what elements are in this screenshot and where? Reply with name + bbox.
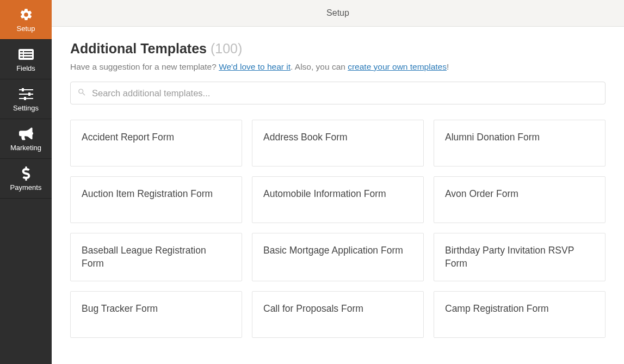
template-card[interactable]: Accident Report Form xyxy=(70,120,242,166)
search-icon xyxy=(77,88,87,99)
suggestion-line: Have a suggestion for a new template? We… xyxy=(70,62,606,72)
main: Setup Additional Templates (100) Have a … xyxy=(52,0,624,364)
svg-rect-1 xyxy=(20,51,23,52)
template-card[interactable]: Basic Mortgage Application Form xyxy=(252,233,424,281)
sidebar-item-label: Fields xyxy=(16,64,35,72)
sidebar-item-settings[interactable]: Settings xyxy=(0,79,52,119)
suggestion-middle: . Also, you can xyxy=(291,62,348,71)
svg-rect-3 xyxy=(20,54,23,55)
svg-rect-12 xyxy=(24,97,26,100)
template-name: Bug Tracker Form xyxy=(82,303,158,314)
template-card[interactable]: Address Book Form xyxy=(252,120,424,166)
template-card[interactable]: Birthday Party Invitation RSVP Form xyxy=(434,233,606,281)
svg-rect-8 xyxy=(22,88,24,91)
template-card[interactable]: Alumni Donation Form xyxy=(434,120,606,166)
sidebar-item-label: Setup xyxy=(17,24,35,33)
svg-rect-10 xyxy=(28,92,30,96)
template-name: Avon Order Form xyxy=(445,188,518,199)
dollar-icon xyxy=(22,166,30,181)
template-name: Address Book Form xyxy=(263,132,348,143)
template-name: Auction Item Registration Form xyxy=(82,188,213,199)
sidebar-item-marketing[interactable]: Marketing xyxy=(0,119,52,159)
svg-rect-2 xyxy=(24,51,32,52)
suggestion-link-hear-it[interactable]: We'd love to hear it xyxy=(219,62,291,71)
page-title: Additional Templates (100) xyxy=(70,41,606,57)
sliders-icon xyxy=(19,87,33,102)
suggestion-link-create-own[interactable]: create your own templates xyxy=(348,62,447,71)
sidebar-item-label: Payments xyxy=(10,183,42,192)
template-card[interactable]: Call for Proposals Form xyxy=(252,291,424,338)
svg-rect-5 xyxy=(20,57,23,58)
sidebar: Setup Fields Settings Marketing Payments xyxy=(0,0,52,364)
content: Additional Templates (100) Have a sugges… xyxy=(52,27,624,364)
template-card[interactable]: Bug Tracker Form xyxy=(70,291,242,338)
svg-rect-9 xyxy=(19,94,33,95)
template-card[interactable]: Auction Item Registration Form xyxy=(70,176,242,223)
template-card[interactable]: Baseball League Registration Form xyxy=(70,233,242,281)
sidebar-item-setup[interactable]: Setup xyxy=(0,0,52,40)
template-card[interactable]: Avon Order Form xyxy=(434,176,606,223)
suggestion-suffix: ! xyxy=(447,62,449,71)
template-name: Baseball League Registration Form xyxy=(82,245,206,269)
list-icon xyxy=(18,47,34,62)
search-input[interactable] xyxy=(92,88,598,98)
page-title-text: Additional Templates xyxy=(70,41,207,56)
svg-rect-4 xyxy=(24,54,32,55)
template-name: Accident Report Form xyxy=(82,132,174,143)
template-name: Automobile Information Form xyxy=(263,188,386,199)
template-name: Call for Proposals Form xyxy=(263,303,363,314)
page-title-count: (100) xyxy=(211,41,242,56)
template-name: Birthday Party Invitation RSVP Form xyxy=(445,245,574,269)
template-card[interactable]: Automobile Information Form xyxy=(252,176,424,223)
template-name: Alumni Donation Form xyxy=(445,132,540,143)
bullhorn-icon xyxy=(19,126,33,141)
sidebar-item-fields[interactable]: Fields xyxy=(0,40,52,79)
template-name: Camp Registration Form xyxy=(445,303,549,314)
template-card[interactable]: Camp Registration Form xyxy=(434,291,606,338)
top-header: Setup xyxy=(52,0,624,27)
page-header-title: Setup xyxy=(326,8,349,18)
search-box[interactable] xyxy=(70,82,606,104)
svg-rect-6 xyxy=(24,57,32,58)
template-grid: Accident Report Form Address Book Form A… xyxy=(70,120,606,338)
sidebar-item-label: Marketing xyxy=(10,144,41,152)
gear-icon xyxy=(19,7,33,22)
sidebar-item-label: Settings xyxy=(13,104,39,112)
svg-rect-7 xyxy=(19,89,33,90)
suggestion-prefix: Have a suggestion for a new template? xyxy=(70,62,219,71)
sidebar-item-payments[interactable]: Payments xyxy=(0,159,52,199)
template-name: Basic Mortgage Application Form xyxy=(263,245,403,256)
